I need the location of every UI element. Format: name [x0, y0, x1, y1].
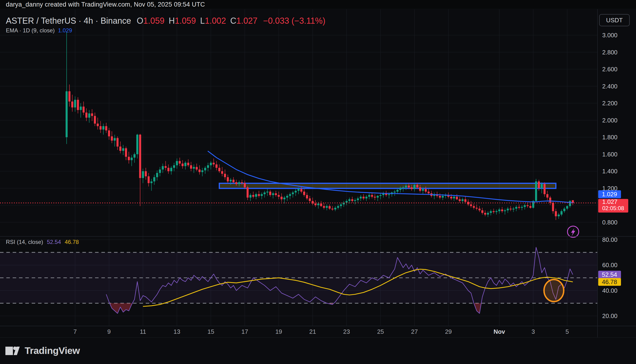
resistance-zone-rectangle	[219, 183, 556, 188]
rsi-legend-value: 52.54	[47, 239, 61, 245]
symbol-title: ASTER / TetherUS · 4h · Binance	[6, 16, 131, 26]
price-axis[interactable]	[597, 9, 636, 326]
tradingview-logo-icon	[6, 346, 21, 355]
ema-legend: EMA · 1D (9, close) 1.029	[6, 27, 72, 34]
tradingview-chart-snapshot: darya_danny created with TradingView.com…	[0, 0, 636, 364]
open-label: O	[137, 16, 143, 26]
symbol-legend: ASTER / TetherUS · 4h · Binance O1.059 H…	[6, 16, 326, 26]
rsi-legend-title: RSI (14, close)	[6, 239, 43, 245]
open-value: 1.059	[143, 16, 165, 26]
footer-bar: TradingView	[0, 338, 636, 364]
high-value: 1.059	[175, 16, 196, 26]
rsi-ma-legend-value: 46.78	[65, 239, 79, 245]
high-label: H	[169, 16, 175, 26]
tradingview-logo[interactable]: TradingView	[6, 345, 80, 356]
rsi-circle-annotation	[544, 280, 564, 302]
candles	[66, 32, 574, 220]
close-value: 1.027	[236, 16, 257, 26]
tradingview-logo-text: TradingView	[25, 345, 80, 356]
change-value: −0.033 (−3.11%)	[263, 16, 326, 26]
lightning-bolt	[571, 228, 575, 236]
rsi-legend: RSI (14, close) 52.54 46.78	[6, 239, 79, 245]
ema-legend-value: 1.029	[58, 27, 72, 34]
time-axis[interactable]	[0, 326, 597, 337]
ema-legend-label: EMA · 1D (9, close)	[6, 27, 55, 34]
low-value: 1.002	[205, 16, 226, 26]
low-label: L	[200, 16, 205, 26]
close-label: C	[230, 16, 236, 26]
chart-canvas[interactable]: 3.0002.8002.6002.4002.2002.0001.8001.600…	[0, 0, 636, 364]
